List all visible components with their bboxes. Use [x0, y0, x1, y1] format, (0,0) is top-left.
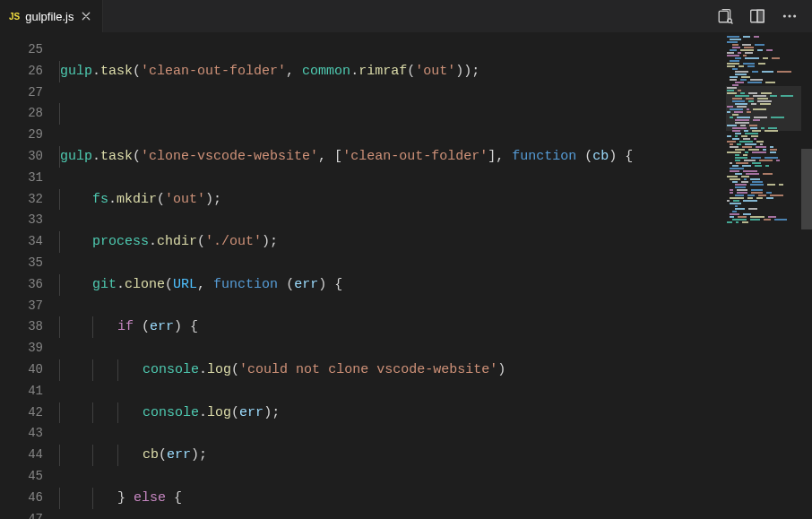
line-number: 45 — [0, 466, 43, 488]
line-number: 31 — [0, 168, 43, 189]
close-icon[interactable] — [79, 9, 93, 23]
svg-point-6 — [788, 14, 790, 17]
code-line: console.log(err); — [59, 402, 812, 424]
js-file-icon: JS — [9, 12, 20, 22]
tab-bar: JS gulpfile.js — [0, 0, 812, 32]
line-number: 32 — [0, 189, 43, 211]
line-number: 41 — [0, 381, 43, 402]
scrollbar-thumb[interactable] — [801, 149, 812, 229]
svg-point-7 — [793, 14, 796, 17]
line-number: 36 — [0, 274, 43, 296]
line-number: 42 — [0, 402, 43, 424]
line-number: 44 — [0, 445, 43, 466]
tab-actions — [715, 0, 812, 32]
code-line: fs.mkdir('out'); — [59, 189, 812, 211]
line-number: 33 — [0, 210, 43, 231]
tab-title: gulpfile.js — [25, 10, 73, 23]
code-line: cb(err); — [59, 445, 812, 466]
code-line: if (err) { — [59, 316, 812, 338]
tabbar-spacer — [103, 0, 715, 32]
split-editor-icon[interactable] — [747, 6, 767, 26]
code-line: gulp.task('clone-vscode-website', ['clea… — [59, 146, 812, 168]
line-number: 29 — [0, 125, 43, 146]
more-actions-icon[interactable] — [780, 6, 799, 26]
svg-point-5 — [783, 14, 786, 17]
line-number: 27 — [0, 82, 43, 104]
code-line: process.chdir('./out'); — [59, 231, 812, 253]
line-number: 30 — [0, 146, 43, 168]
line-number: 26 — [0, 61, 43, 82]
code-line: } else { — [59, 488, 812, 509]
tab-gulpfile[interactable]: JS gulpfile.js — [0, 0, 103, 32]
open-changes-icon[interactable] — [715, 6, 735, 26]
line-number: 40 — [0, 359, 43, 381]
line-number: 39 — [0, 338, 43, 359]
svg-rect-4 — [757, 10, 764, 22]
code-line: console.log('could not clone vscode-webs… — [59, 359, 812, 381]
line-number-gutter: 25 26 27 28 29 30 31 32 33 34 35 36 37 3… — [0, 32, 59, 519]
code-line — [59, 103, 812, 125]
code-line: git.clone(URL, function (err) { — [59, 274, 812, 296]
line-number: 34 — [0, 231, 43, 253]
line-number: 43 — [0, 423, 43, 445]
line-number: 25 — [0, 39, 43, 61]
line-number: 37 — [0, 296, 43, 317]
svg-rect-0 — [719, 11, 728, 22]
line-number: 35 — [0, 253, 43, 274]
line-number: 47 — [0, 509, 43, 519]
line-number: 46 — [0, 488, 43, 509]
code-area[interactable]: gulp.task('clean-out-folder', common.rim… — [59, 32, 812, 519]
line-number: 28 — [0, 103, 43, 125]
svg-point-1 — [728, 19, 732, 23]
vertical-scrollbar[interactable] — [801, 32, 812, 519]
line-number: 38 — [0, 316, 43, 338]
editor[interactable]: 25 26 27 28 29 30 31 32 33 34 35 36 37 3… — [0, 32, 812, 519]
code-line: gulp.task('clean-out-folder', common.rim… — [59, 61, 812, 82]
